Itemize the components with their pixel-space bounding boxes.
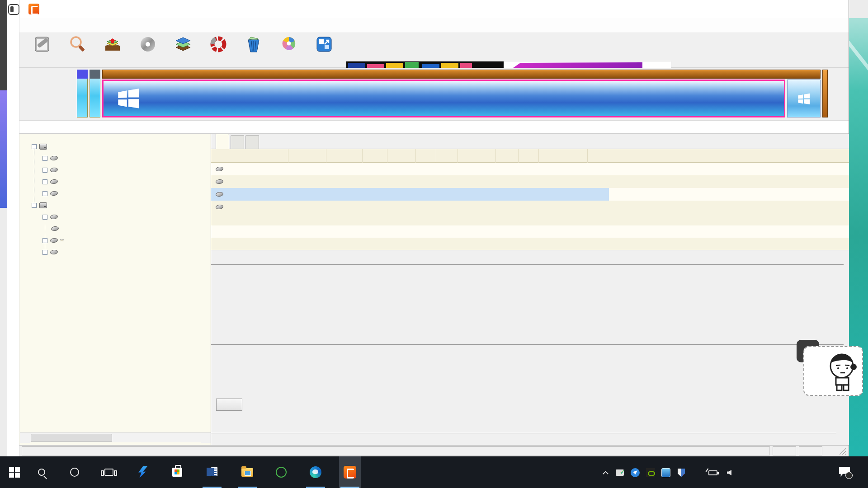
expand-icon[interactable]: [42, 250, 47, 255]
tree-item-esp[interactable]: [42, 211, 61, 222]
cortana-button[interactable]: [64, 456, 85, 488]
taskbar-app-ie[interactable]: [270, 456, 292, 488]
tray-intel-graphics-icon[interactable]: [661, 468, 671, 478]
expand-icon[interactable]: [42, 156, 47, 161]
background-close-icon[interactable]: [852, 4, 865, 15]
table-row-windows-re[interactable]: [211, 201, 849, 213]
scroll-left-icon[interactable]: [20, 433, 30, 443]
menu-disk[interactable]: [38, 18, 49, 33]
backup-partition-button[interactable]: [271, 34, 307, 67]
collapse-icon[interactable]: [32, 144, 37, 149]
windows-start-icon: [9, 467, 20, 478]
background-window-icon: [8, 4, 19, 15]
tree-item-recovery-e[interactable]: [42, 188, 61, 199]
partition-icon: [215, 204, 223, 210]
tray-antivirus-icon[interactable]: [615, 468, 625, 478]
cortana-icon: [70, 468, 79, 477]
disk-map-panel: [19, 68, 849, 120]
menu-file[interactable]: [26, 18, 38, 33]
windows-c-partition-bar[interactable]: [102, 80, 785, 117]
collapse-icon[interactable]: [32, 203, 37, 208]
msr-partition-bar[interactable]: [90, 70, 100, 117]
menu-tools[interactable]: [61, 18, 73, 33]
format-button[interactable]: [201, 34, 236, 67]
tab-sector-edit[interactable]: [245, 135, 259, 149]
tree-item-hd0[interactable]: [32, 141, 50, 152]
partition-icon: [215, 179, 223, 184]
taskbar-app-flash[interactable]: [132, 456, 153, 488]
start-button[interactable]: [4, 456, 25, 488]
lightning-icon: [137, 466, 147, 478]
partition-icon: [50, 167, 58, 173]
expand-icon[interactable]: [42, 238, 47, 243]
windows-re-partition-bar[interactable]: [787, 80, 821, 117]
table-row-windows-c-selected[interactable]: [211, 188, 849, 201]
tree-item-windows-c[interactable]: [42, 235, 63, 246]
windows-logo-small-icon: [797, 93, 811, 105]
tree-item-windows-re[interactable]: [42, 247, 61, 258]
tree-item-hd1[interactable]: [32, 200, 50, 211]
tray-sogou-icon[interactable]: [756, 468, 766, 478]
system-migrate-button[interactable]: [307, 34, 342, 67]
tray-ime-chinese-indicator[interactable]: [741, 468, 750, 478]
menu-view[interactable]: [73, 18, 85, 33]
cartoon-character-icon: [826, 351, 859, 392]
minimize-button[interactable]: [751, 0, 777, 18]
expand-icon[interactable]: [42, 168, 47, 173]
taskbar-app-word[interactable]: [201, 456, 223, 488]
menu-partition[interactable]: [49, 18, 61, 33]
table-row-esp[interactable]: [211, 163, 849, 175]
tree-item-msr[interactable]: [51, 223, 61, 234]
save-changes-button[interactable]: [24, 34, 60, 67]
new-partition-button[interactable]: [165, 34, 201, 67]
tray-chevron-up-icon[interactable]: [600, 468, 610, 478]
table-row-msr[interactable]: [211, 175, 849, 188]
esp-partition-bar[interactable]: [77, 70, 88, 117]
tree-item-local-d[interactable]: [42, 153, 61, 164]
tray-nvidia-icon[interactable]: [646, 468, 656, 478]
sogou-ime-widget[interactable]: [803, 346, 863, 396]
quick-partition-button[interactable]: [130, 34, 165, 67]
taskbar-app-explorer[interactable]: [236, 456, 258, 488]
maximize-button[interactable]: [783, 0, 808, 18]
partition-icon: [50, 249, 58, 255]
table-header: [211, 149, 849, 163]
analyze-button[interactable]: [216, 399, 242, 411]
resize-grip[interactable]: [840, 448, 846, 455]
scroll-right-icon[interactable]: [201, 433, 211, 443]
taskbar-search-button[interactable]: [31, 456, 52, 488]
tray-snowflake-icon[interactable]: [692, 468, 702, 478]
taskbar-app-diskgenius-active[interactable]: [339, 456, 361, 488]
expand-icon[interactable]: [42, 215, 47, 220]
tab-browse-files[interactable]: [231, 135, 244, 149]
search-partition-button[interactable]: [60, 34, 95, 67]
scrollbar-thumb[interactable]: [31, 434, 112, 442]
divider: [211, 264, 844, 265]
task-view-button[interactable]: [98, 456, 120, 488]
menu-help[interactable]: [85, 18, 96, 33]
back-arrow-icon[interactable]: [10, 28, 20, 39]
trash-icon: [245, 35, 263, 53]
tray-dingtalk-icon[interactable]: [630, 468, 640, 478]
partition-icon: [50, 191, 58, 196]
num-lock-indicator: [799, 446, 822, 455]
taskbar-app-store[interactable]: [166, 456, 188, 488]
expand-icon[interactable]: [42, 191, 47, 196]
delete-partition-button[interactable]: [236, 34, 271, 67]
msr-bar-cap: [90, 70, 100, 79]
tray-security-shield-icon[interactable]: [676, 468, 686, 478]
close-button[interactable]: [815, 0, 840, 18]
recover-files-button[interactable]: [95, 34, 130, 67]
tree-item-local-g[interactable]: [42, 176, 61, 187]
desktop-edge-left-bottom: [0, 208, 7, 456]
tree-item-local-f[interactable]: [42, 164, 61, 175]
tray-power-plug-icon[interactable]: [708, 468, 718, 478]
partition-icon: [50, 155, 58, 161]
taskbar-app-edge[interactable]: [305, 456, 326, 488]
tray-volume-icon[interactable]: [724, 468, 734, 478]
tab-partition-params[interactable]: [216, 134, 229, 149]
tree-horizontal-scrollbar[interactable]: [20, 432, 211, 442]
microsoft-store-icon: [172, 468, 182, 477]
background-window-strip: [7, 0, 19, 456]
expand-icon[interactable]: [42, 179, 47, 184]
